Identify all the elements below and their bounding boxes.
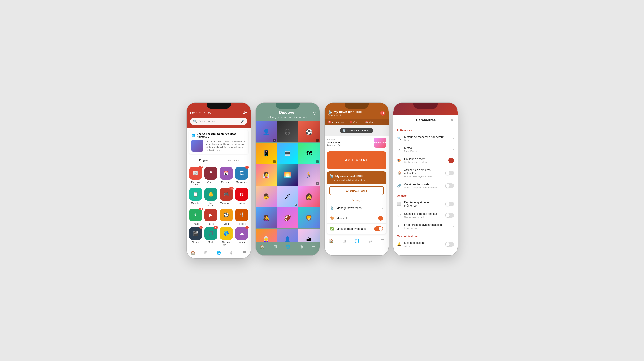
image-cell-5[interactable]: 💻 (277, 143, 298, 164)
show-latest-toggle[interactable] (445, 171, 454, 175)
image-cell-9[interactable]: 🏃E (298, 164, 320, 185)
plugin-item-1[interactable]: ❝Quotes (204, 167, 218, 186)
image-cell-10[interactable]: 👨 (256, 186, 276, 207)
article-preview[interactable]: 6 hr. ago New York P... An escape fro...… (324, 136, 389, 149)
image-cell-15[interactable]: 🦁 (298, 207, 320, 228)
notif-toggle[interactable] (445, 242, 454, 247)
param-show-latest[interactable]: 🏠 Afficher les dernières actualités en h… (394, 166, 458, 180)
image-cell-2[interactable]: 🎧 (277, 121, 298, 142)
bag-icon: 🛍 (243, 110, 247, 115)
image-cell-11[interactable]: 🖌V (277, 186, 298, 207)
nav-compass[interactable]: ◎ (225, 250, 238, 255)
show-latest-label: Afficher les dernières actualités (404, 168, 442, 175)
image-cell-18[interactable]: 🏔 (298, 229, 320, 241)
plugin-item-6[interactable]: 10🎮Video game (220, 188, 233, 207)
plugin-item-14[interactable]: 🌎National geo... (220, 227, 233, 246)
nav-globe[interactable]: 🌐 (212, 250, 225, 255)
image-cell-13[interactable]: 👩‍🎤 (256, 207, 276, 228)
plugin-label-5: My notificati... (204, 202, 218, 207)
plugin-item-3[interactable]: 1🖼My pictures (235, 167, 248, 186)
plugin-icon-7: N (235, 188, 248, 201)
phone1-bottom-nav: 🏠 ⊞ 🌐 ◎ ☰ (186, 248, 251, 258)
main-color-item[interactable]: 🎨 Main color (327, 213, 386, 224)
open-links-label: Ouvrir les liens web (404, 183, 442, 186)
new-content-btn[interactable]: 🔄 New content available (340, 128, 373, 133)
plugin-item-0[interactable]: 17📰My news feed (189, 167, 202, 186)
feed-tab-events[interactable]: 📅 My eve... (363, 119, 380, 125)
tab-quotes-badge: 1 (350, 121, 352, 123)
plugin-item-10[interactable]: ⚽Sport (220, 209, 233, 225)
image-cell-3[interactable]: ⚽E (298, 121, 320, 142)
param-last-tab[interactable]: ⬜ Dernier onglet ouvert mémorisé (394, 198, 458, 210)
plugin-item-4[interactable]: 📋My notes (189, 188, 202, 207)
img-label-3: E (316, 139, 319, 142)
tab-plugins[interactable]: Plugins (189, 157, 219, 164)
plugin-item-5[interactable]: 🔔My notificati... (204, 188, 218, 207)
plugin-item-8[interactable]: 10✈Travel (189, 209, 202, 225)
manage-feeds-item[interactable]: 📡 Manage news feeds › (327, 203, 386, 213)
param-search-engine[interactable]: 🔍 Moteur de recherche par défaut Google … (394, 133, 458, 144)
nav-menu[interactable]: ☰ (238, 250, 251, 255)
image-cell-1[interactable]: 👤V (256, 121, 276, 142)
plugin-item-7[interactable]: NNetflix (235, 188, 248, 207)
manage-feeds-label: Manage news feeds (336, 206, 380, 210)
panel-title-row: 📡 My news feed RSS (330, 174, 384, 178)
news-card[interactable]: 🌐 One Of The 21st Century's Best Animate… (189, 130, 248, 154)
feed-tab-quotes[interactable]: 1 Quotes (348, 119, 362, 125)
section-onglets-title: Onglets (394, 191, 458, 198)
nav3-menu[interactable]: ☰ (381, 239, 384, 243)
open-links-toggle[interactable] (445, 183, 454, 188)
filter-icon[interactable]: ▽ (313, 111, 316, 115)
mark-read-item[interactable]: ✅ Mark as read by default (327, 224, 386, 234)
mic-icon[interactable]: 🎤 (240, 119, 244, 123)
param-hide-title[interactable]: ◯ Cacher le titre des onglets Navigation… (394, 210, 458, 221)
image-cell-7[interactable]: 👰 (256, 164, 276, 185)
nav3-home[interactable]: 🏠 (329, 239, 334, 243)
image-cell-8[interactable]: 🌅 (277, 164, 298, 185)
nav2-home[interactable]: 🏠 (260, 244, 265, 249)
image-cell-14[interactable]: 🏈 (277, 207, 298, 228)
feed-tab-news[interactable]: 4 My news feed (326, 119, 347, 125)
nav-home[interactable]: 🏠 (186, 250, 200, 255)
plugin-item-2[interactable]: 📅My events (220, 167, 233, 186)
plugin-item-11[interactable]: 🍴Recipes (235, 209, 248, 225)
plugin-item-15[interactable]: 1☁Meteo (235, 227, 248, 246)
nav2-menu[interactable]: ☰ (312, 244, 315, 249)
nav3-globe[interactable]: 🌐 (354, 239, 360, 243)
plugin-badge-13: 14 (214, 226, 218, 229)
plugin-item-13[interactable]: 14🎵Music (204, 227, 218, 246)
close-icon[interactable]: ✕ (450, 118, 454, 123)
plugin-item-12[interactable]: 5🎬Cinema (189, 227, 202, 246)
meteo-label: Météo (404, 146, 450, 150)
search-input[interactable] (199, 120, 239, 123)
param-meteo[interactable]: ☁ Météo Paris, France › (394, 144, 458, 155)
nav3-grid[interactable]: ⊞ (342, 239, 346, 243)
hide-title-toggle[interactable] (445, 213, 454, 218)
tab-websites[interactable]: Websites (219, 157, 248, 164)
article-title: One Of The 21st Century's Best Animate..… (197, 132, 246, 138)
mark-read-toggle[interactable] (374, 226, 383, 231)
search-bar[interactable]: 🔍 🎤 (190, 118, 247, 125)
last-tab-toggle[interactable] (445, 202, 454, 206)
param-sync-freq[interactable]: ↻ Fréquence de synchronisation 3 fois pa… (394, 221, 458, 232)
deactivate-btn[interactable]: ⏻ DEACTIVATE (329, 186, 384, 195)
nav2-grid[interactable]: ⊞ (274, 244, 277, 249)
image-cell-12[interactable]: 👩 (298, 186, 320, 207)
plugin-item-9[interactable]: ▶Trailers (204, 209, 218, 225)
image-cell-4[interactable]: 📱V (256, 143, 276, 164)
param-accent-color[interactable]: 🎨 Couleur d'accent Choisissez une couleu… (394, 155, 458, 166)
image-cell-16[interactable]: 👩‍🦳 (256, 229, 276, 241)
nav-grid[interactable]: ⊞ (200, 250, 212, 255)
image-cell-17[interactable]: 👤 (277, 229, 298, 241)
phone4-settings: Paramètres ✕ Préférences 🔍 Moteur de rec… (394, 103, 458, 255)
nav2-globe[interactable]: 🌐 (286, 244, 291, 249)
param-open-links[interactable]: 🔗 Ouvrir les liens web dans le navigateu… (394, 180, 458, 191)
search-engine-chevron: › (453, 137, 454, 140)
plugin-icon-text-10: ⚽ (224, 212, 229, 218)
plugin-icon-11: 🍴 (235, 209, 248, 221)
nav2-compass[interactable]: ◎ (300, 244, 303, 249)
param-notifications[interactable]: 🔔 Mes notifications activé (394, 239, 458, 250)
image-cell-6[interactable]: 🗺V (298, 143, 320, 164)
settings-btn[interactable]: Settings (327, 197, 386, 203)
nav3-compass[interactable]: ◎ (368, 239, 372, 243)
